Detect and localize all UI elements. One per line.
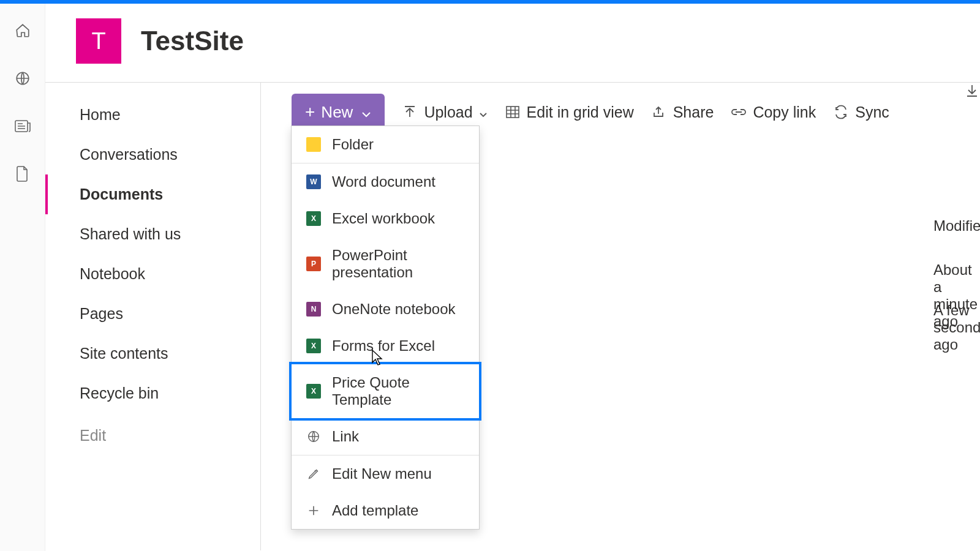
dropdown-item-price-quote-template[interactable]: X Price Quote Template xyxy=(289,362,481,421)
sync-icon xyxy=(833,104,849,120)
sidebar-item-pages[interactable]: Pages xyxy=(45,294,260,334)
chevron-down-icon xyxy=(479,103,488,121)
link-icon xyxy=(306,429,321,444)
dropdown-label: Excel workbook xyxy=(332,210,435,227)
copy-link-button[interactable]: Copy link xyxy=(731,103,816,121)
column-modified[interactable]: Modified xyxy=(933,217,980,234)
sync-label: Sync xyxy=(855,103,889,121)
dropdown-item-excel[interactable]: X Excel workbook xyxy=(292,200,479,237)
dropdown-label: Add template xyxy=(332,502,418,519)
sync-button[interactable]: Sync xyxy=(833,103,889,121)
download-button[interactable] xyxy=(964,83,980,99)
dropdown-label: Link xyxy=(332,428,359,445)
link-icon xyxy=(731,104,747,120)
onenote-icon: N xyxy=(306,302,321,317)
plus-icon xyxy=(306,503,321,518)
dropdown-item-powerpoint[interactable]: P PowerPoint presentation xyxy=(292,237,479,291)
powerpoint-icon: P xyxy=(306,257,321,271)
excel-icon: X xyxy=(306,384,321,399)
sidebar-item-recycle-bin[interactable]: Recycle bin xyxy=(45,373,260,413)
folder-icon xyxy=(306,137,321,152)
site-header: T TestSite xyxy=(45,4,980,83)
download-icon xyxy=(964,83,980,99)
dropdown-item-link[interactable]: Link xyxy=(292,418,479,455)
dropdown-label: Folder xyxy=(332,136,374,153)
dropdown-item-edit-menu[interactable]: Edit New menu xyxy=(292,455,479,492)
column-label: Modified xyxy=(933,217,980,234)
document-pane: + New Upload xyxy=(261,83,980,550)
share-button[interactable]: Share xyxy=(651,103,714,121)
plus-icon: + xyxy=(305,102,315,122)
grid-label: Edit in grid view xyxy=(527,103,634,121)
share-label: Share xyxy=(673,103,714,121)
app-rail xyxy=(0,4,45,551)
news-icon[interactable] xyxy=(14,118,31,135)
dropdown-label: Price Quote Template xyxy=(332,374,464,408)
content-area: Home Conversations Documents Shared with… xyxy=(45,83,980,550)
excel-icon: X xyxy=(306,339,321,353)
sidebar-edit-link[interactable]: Edit xyxy=(45,413,260,455)
sidebar-item-site-contents[interactable]: Site contents xyxy=(45,334,260,373)
dropdown-item-forms-excel[interactable]: X Forms for Excel xyxy=(292,328,479,364)
dropdown-item-add-template[interactable]: Add template xyxy=(292,492,479,529)
sidebar-item-home[interactable]: Home xyxy=(45,95,260,135)
excel-icon: X xyxy=(306,211,321,226)
dropdown-item-folder[interactable]: Folder xyxy=(292,126,479,163)
dropdown-label: Edit New menu xyxy=(332,465,432,482)
grid-icon xyxy=(505,104,521,120)
site-title: TestSite xyxy=(141,26,244,56)
new-dropdown-menu: Folder W Word document X Excel workbook … xyxy=(291,126,480,530)
dropdown-label: Word document xyxy=(332,173,435,190)
dropdown-item-word[interactable]: W Word document xyxy=(292,163,479,200)
dropdown-label: OneNote notebook xyxy=(332,301,455,318)
new-button[interactable]: + New xyxy=(292,94,385,130)
new-button-label: New xyxy=(321,103,353,122)
sidebar-item-conversations[interactable]: Conversations xyxy=(45,135,260,174)
pencil-icon xyxy=(306,467,321,481)
sidebar-item-notebook[interactable]: Notebook xyxy=(45,254,260,294)
dropdown-item-onenote[interactable]: N OneNote notebook xyxy=(292,291,479,328)
site-logo[interactable]: T xyxy=(76,18,121,64)
sidebar-item-shared[interactable]: Shared with us xyxy=(45,214,260,254)
upload-icon xyxy=(402,104,418,120)
main-content: T TestSite Home Conversations Documents … xyxy=(45,4,980,551)
upload-button[interactable]: Upload xyxy=(402,103,487,121)
chevron-down-icon xyxy=(361,103,371,122)
edit-grid-button[interactable]: Edit in grid view xyxy=(505,103,634,121)
globe-icon[interactable] xyxy=(14,70,31,87)
modified-value: A few seconds ago xyxy=(933,302,980,353)
dropdown-label: PowerPoint presentation xyxy=(332,247,464,281)
word-icon: W xyxy=(306,174,321,189)
share-icon xyxy=(651,104,667,120)
document-icon[interactable] xyxy=(14,165,31,182)
copylink-label: Copy link xyxy=(753,103,816,121)
home-icon[interactable] xyxy=(14,22,31,39)
dropdown-label: Forms for Excel xyxy=(332,337,435,354)
svg-rect-2 xyxy=(507,107,519,118)
upload-label: Upload xyxy=(424,103,472,121)
site-nav-sidebar: Home Conversations Documents Shared with… xyxy=(45,83,261,550)
sidebar-item-documents[interactable]: Documents xyxy=(45,174,260,214)
